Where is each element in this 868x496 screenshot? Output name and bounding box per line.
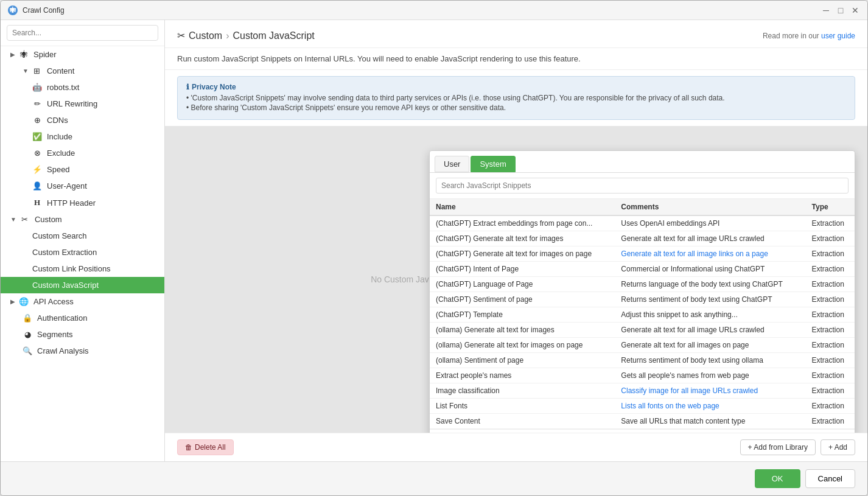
titlebar: 🕷 Crawl Config ─ □ ✕	[1, 1, 867, 20]
user-guide-link[interactable]: user guide	[821, 32, 855, 40]
tab-system[interactable]: System	[471, 156, 515, 172]
panel-description: Run custom JavaScript Snippets on Intern…	[165, 48, 867, 70]
add-from-library-button[interactable]: + Add from Library	[740, 439, 816, 455]
sidebar-item-label: Custom Extraction	[32, 248, 97, 257]
cdns-icon: ⊕	[32, 116, 42, 125]
table-row[interactable]: (ChatGPT) Language of Page Returns langu…	[430, 277, 855, 292]
sidebar-item-label: Custom Search	[32, 231, 87, 240]
robots-icon: 🤖	[32, 83, 42, 92]
row-name: Save Content	[430, 414, 615, 429]
sidebar-item-authentication[interactable]: 🔒 Authentication	[1, 310, 164, 326]
minimize-button[interactable]: ─	[821, 5, 831, 15]
sidebar-item-exclude[interactable]: ⊗ Exclude	[1, 145, 164, 161]
tab-user[interactable]: User	[435, 156, 469, 172]
row-name: Image classification	[430, 383, 615, 399]
sidebar-item-robots[interactable]: 🤖 robots.txt	[1, 79, 164, 96]
sidebar-item-include[interactable]: ✅ Include	[1, 128, 164, 145]
expand-icon: ▼	[23, 68, 29, 74]
row-comment: Lists all fonts on the web page	[615, 399, 805, 414]
sidebar-item-custom-search[interactable]: Custom Search	[1, 228, 164, 244]
sidebar-item-label: robots.txt	[47, 83, 79, 92]
col-name: Name	[430, 199, 615, 215]
table-row[interactable]: Save Content Save all URLs that match co…	[430, 414, 855, 429]
speed-icon: ⚡	[32, 165, 42, 174]
content-icon: ⊞	[32, 66, 42, 75]
user-agent-icon: 👤	[32, 181, 42, 190]
row-name: (ChatGPT) Generate alt text for images o…	[430, 246, 615, 262]
expand-icon: ▼	[10, 216, 16, 223]
privacy-note-header: ℹ Privacy Note	[186, 83, 846, 91]
sidebar-item-content[interactable]: ▼ ⊞ Content	[1, 63, 164, 79]
privacy-note: ℹ Privacy Note • 'Custom JavaScript Snip…	[177, 76, 855, 120]
sidebar-item-spider[interactable]: ▶ 🕷 Spider	[1, 46, 164, 63]
info-icon: ℹ	[186, 83, 189, 91]
row-type: Extraction	[806, 383, 855, 399]
footer-right-buttons: + Add from Library + Add	[740, 439, 855, 455]
table-row[interactable]: (ChatGPT) Generate alt text for images o…	[430, 246, 855, 262]
breadcrumb-parent: Custom	[189, 30, 222, 41]
breadcrumb: ✂ Custom › Custom JavaScript	[177, 30, 315, 41]
main-panel: ✂ Custom › Custom JavaScript Read more i…	[165, 20, 867, 461]
sidebar-item-segments[interactable]: ◕ Segments	[1, 326, 164, 343]
sidebar-item-label: API Access	[33, 297, 74, 306]
table-row[interactable]: Image classification Classify image for …	[430, 383, 855, 399]
row-comment: Uses OpenAI embeddings API	[615, 215, 805, 231]
cancel-button[interactable]: Cancel	[805, 469, 855, 488]
table-row[interactable]: (ChatGPT) Template Adjust this snippet t…	[430, 307, 855, 323]
row-comment: Generate alt text for all image links on…	[615, 246, 805, 262]
row-name: (ChatGPT) Extract embeddings from page c…	[430, 215, 615, 231]
delete-all-button[interactable]: 🗑 Delete All	[177, 439, 234, 455]
titlebar-left: 🕷 Crawl Config	[8, 5, 65, 15]
table-row[interactable]: (ollama) Generate alt text for images on…	[430, 338, 855, 353]
dialog-tabs: User System	[430, 151, 855, 173]
sidebar-item-label: User-Agent	[47, 181, 87, 190]
sidebar-search-container	[1, 20, 164, 46]
sidebar-item-custom-link-positions[interactable]: Custom Link Positions	[1, 260, 164, 277]
library-dialog: User System Name Comments	[429, 150, 855, 433]
table-row[interactable]: (ChatGPT) Extract embeddings from page c…	[430, 215, 855, 231]
sidebar-item-url-rewriting[interactable]: ✏ URL Rewriting	[1, 96, 164, 112]
window-footer: OK Cancel	[1, 461, 867, 495]
table-row[interactable]: (ChatGPT) Intent of Page Commercial or I…	[430, 262, 855, 277]
custom-icon: ✂	[20, 215, 30, 224]
panel-body: No Custom JavaSc... User System	[165, 126, 867, 433]
row-type: Extraction	[806, 368, 855, 383]
add-button[interactable]: + Add	[821, 439, 855, 455]
sidebar-item-label: Include	[47, 132, 72, 141]
sidebar-search-input[interactable]	[7, 25, 158, 41]
row-type: Extraction	[806, 399, 855, 414]
row-type: Extraction	[806, 414, 855, 429]
row-name: (ChatGPT) Generate alt text for images	[430, 231, 615, 246]
table-row[interactable]: Extract people's names Gets all people's…	[430, 368, 855, 383]
table-row[interactable]: (ChatGPT) Sentiment of page Returns sent…	[430, 292, 855, 307]
close-button[interactable]: ✕	[850, 5, 860, 15]
table-row[interactable]: List Fonts Lists all fonts on the web pa…	[430, 399, 855, 414]
sidebar-item-user-agent[interactable]: 👤 User-Agent	[1, 178, 164, 194]
sidebar-item-label: Exclude	[47, 148, 75, 158]
dialog-table: Name Comments Type (ChatGPT) Extract emb…	[430, 199, 855, 429]
sidebar-item-custom-extraction[interactable]: Custom Extraction	[1, 244, 164, 260]
table-row[interactable]: (ChatGPT) Generate alt text for images G…	[430, 231, 855, 246]
include-icon: ✅	[32, 132, 42, 141]
table-row[interactable]: (ollama) Sentiment of page Returns senti…	[430, 353, 855, 368]
sidebar-item-custom-javascript[interactable]: Custom JavaScript	[1, 277, 164, 293]
sidebar: ▶ 🕷 Spider ▼ ⊞ Content 🤖 robots.txt ✏ UR…	[1, 20, 165, 461]
maximize-button[interactable]: □	[836, 5, 845, 15]
dialog-search-input[interactable]	[436, 178, 849, 194]
sidebar-item-custom[interactable]: ▼ ✂ Custom	[1, 211, 164, 228]
col-type: Type	[806, 199, 855, 215]
row-type: Extraction	[806, 338, 855, 353]
sidebar-item-label: Authentication	[37, 313, 87, 323]
sidebar-item-speed[interactable]: ⚡ Speed	[1, 161, 164, 178]
row-type: Extraction	[806, 231, 855, 246]
ok-button[interactable]: OK	[755, 469, 800, 488]
sidebar-item-http-header[interactable]: H HTTP Header	[1, 194, 164, 211]
row-comment: Returns language of the body text using …	[615, 277, 805, 292]
row-type: Extraction	[806, 277, 855, 292]
window-controls: ─ □ ✕	[821, 5, 860, 15]
sidebar-item-crawl-analysis[interactable]: 🔍 Crawl Analysis	[1, 343, 164, 359]
sidebar-item-cdns[interactable]: ⊕ CDNs	[1, 112, 164, 128]
sidebar-item-api-access[interactable]: ▶ 🌐 API Access	[1, 293, 164, 310]
panel-footer: 🗑 Delete All + Add from Library + Add	[165, 433, 867, 461]
table-row[interactable]: (ollama) Generate alt text for images Ge…	[430, 323, 855, 338]
